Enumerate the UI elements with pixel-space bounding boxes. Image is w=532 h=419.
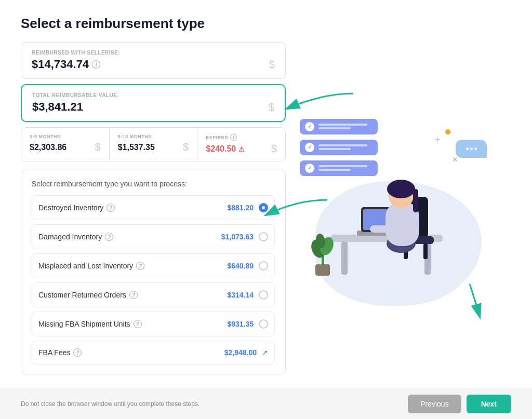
reimbursed-card: REIMBURSED WITH SELLERISE: $14,734.74 i …: [21, 42, 286, 79]
previous-button[interactable]: Previous: [408, 395, 461, 413]
svg-rect-16: [315, 264, 330, 276]
expired-info-icon[interactable]: i: [230, 134, 237, 141]
item-damaged-amount: $1,073.63: [221, 233, 254, 241]
item-fba-fees-info-icon[interactable]: ?: [73, 348, 82, 357]
selection-title: Select reimbursement type you want to pr…: [32, 180, 275, 188]
reimbursed-dollar-icon: $: [269, 59, 275, 71]
item-customer-info-icon[interactable]: ?: [129, 291, 138, 299]
bottom-bar: Do not close the browser window until yo…: [0, 388, 532, 419]
item-fba-fees-amount: $2,948.00: [224, 348, 257, 357]
sub-card-9-18-label: 9-18 MONTHS: [118, 134, 189, 139]
deco-dot-orange: [445, 129, 450, 134]
reimbursed-label: REIMBURSED WITH SELLERISE:: [32, 50, 275, 56]
item-misplaced-label: Misplaced and Lost Inventory: [38, 262, 133, 270]
svg-rect-15: [413, 189, 418, 212]
sub-card-0-9: 0-9 MONTHS $2,303.86 $: [21, 128, 110, 161]
stack-card-1: ✓: [300, 119, 378, 134]
item-damaged-radio[interactable]: [259, 232, 268, 241]
item-destroyed-inventory[interactable]: Destroyed Inventory ? $881.20: [32, 195, 275, 220]
total-reimbursable-value: $3,841.21: [32, 100, 83, 114]
item-destroyed-amount: $881.20: [227, 204, 254, 212]
item-damaged-info-icon[interactable]: ?: [105, 233, 113, 241]
reimbursed-info-icon[interactable]: i: [92, 60, 100, 69]
sub-card-expired-value: $240.50 ⚠: [206, 144, 244, 154]
item-customer-returned[interactable]: Customer Returned Orders ? $314.14: [32, 282, 275, 307]
item-missing-fba[interactable]: Missing FBA Shipment Units ? $931.35: [32, 312, 275, 336]
item-destroyed-radio[interactable]: [259, 203, 268, 212]
item-damaged-inventory[interactable]: Damaged Inventory ? $1,073.63: [32, 224, 275, 249]
svg-rect-9: [423, 244, 428, 259]
item-misplaced-amount: $640.89: [227, 262, 254, 270]
total-dollar-icon: $: [269, 101, 274, 113]
sub-card-0-9-icon: $: [95, 141, 101, 153]
item-misplaced-info-icon[interactable]: ?: [136, 262, 144, 270]
sub-card-9-18: 9-18 MONTHS $1,537.35 $: [110, 128, 198, 161]
illustration: ✓ ✓ ✓: [300, 88, 497, 306]
item-destroyed-label: Destroyed Inventory: [38, 204, 103, 212]
svg-point-14: [387, 180, 415, 198]
expired-warning-icon: ⚠: [238, 145, 245, 153]
item-customer-radio[interactable]: [259, 290, 268, 300]
item-missing-fba-label: Missing FBA Shipment Units: [38, 320, 130, 328]
item-misplaced-inventory[interactable]: Misplaced and Lost Inventory ? $640.89: [32, 253, 275, 278]
item-customer-label: Customer Returned Orders: [38, 291, 126, 299]
item-destroyed-info-icon[interactable]: ?: [107, 204, 115, 212]
bottom-notice: Do not close the browser window until yo…: [21, 400, 200, 408]
page-title: Select a reimbursement type: [21, 16, 286, 32]
sub-card-expired: EXPIRED i $240.50 ⚠ $: [197, 128, 285, 161]
item-fba-fees[interactable]: FBA Fees ? $2,948.00 ↗: [32, 341, 275, 364]
sub-card-expired-label: EXPIRED i: [206, 134, 277, 141]
bottom-buttons: Previous Next: [408, 395, 511, 413]
sub-card-9-18-value: $1,537.35: [118, 143, 155, 152]
item-damaged-label: Damaged Inventory: [38, 233, 102, 241]
item-missing-fba-radio[interactable]: [259, 319, 268, 329]
illustration-panel: ✓ ✓ ✓: [286, 16, 511, 377]
item-customer-amount: $314.14: [227, 291, 254, 299]
reimbursed-value: $14,734.74 i: [32, 58, 100, 71]
svg-rect-0: [341, 241, 348, 275]
selection-box: Select reimbursement type you want to pr…: [21, 170, 286, 374]
next-button[interactable]: Next: [467, 395, 511, 413]
svg-rect-12: [370, 225, 391, 233]
item-fba-fees-external-icon[interactable]: ↗: [262, 348, 268, 357]
sub-card-0-9-label: 0-9 MONTHS: [30, 134, 101, 139]
sub-card-expired-icon: $: [271, 143, 277, 155]
item-missing-fba-amount: $931.35: [227, 320, 254, 328]
item-misplaced-radio[interactable]: [259, 261, 268, 271]
stack-check-1: ✓: [305, 122, 314, 131]
scene-svg: [300, 140, 497, 306]
sub-card-9-18-icon: $: [183, 141, 189, 153]
sub-card-0-9-value: $2,303.86: [30, 143, 66, 152]
sub-cards-row: 0-9 MONTHS $2,303.86 $ 9-18 MONTHS $1,53…: [21, 127, 286, 161]
item-missing-fba-info-icon[interactable]: ?: [134, 320, 142, 328]
total-reimbursable-card: TOTAL REIMBURSABLE VALUE: $3,841.21 $: [21, 84, 286, 122]
total-reimbursable-label: TOTAL REIMBURSABLE VALUE:: [32, 92, 274, 98]
item-fba-fees-label: FBA Fees: [38, 348, 70, 357]
